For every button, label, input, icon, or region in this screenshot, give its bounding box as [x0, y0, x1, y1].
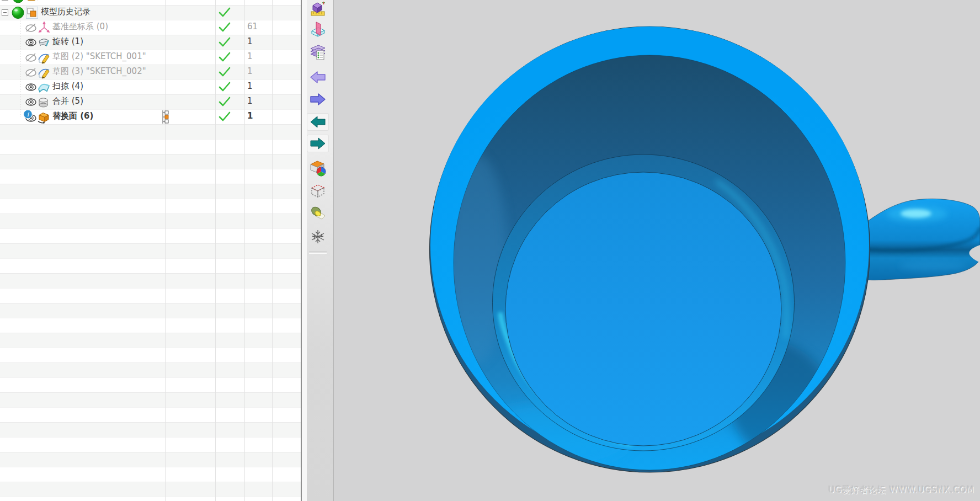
tree-row-revolve[interactable]: 旋转 (1) 1 [0, 35, 301, 50]
tree-row-sketch-001[interactable]: 草图 (2) "SKETCH_001" 1 [0, 50, 301, 65]
datum-csys-icon [38, 22, 50, 34]
row-count: 1 [247, 81, 253, 91]
cameras-icon [26, 0, 39, 3]
view-toolbar [302, 0, 334, 501]
green-status-sphere-icon [12, 0, 24, 3]
tree-row-unite[interactable]: 合并 (5) 1 [0, 94, 301, 109]
row-count: 1 [247, 96, 253, 106]
row-count: 61 [247, 22, 258, 31]
tree-row-cameras[interactable]: 摄像机 [0, 0, 301, 4]
eye-hidden-icon[interactable] [25, 68, 37, 77]
tree-row-label: 草图 (3) "SKETCH_002" [52, 66, 146, 77]
measure-icon[interactable] [309, 0, 327, 18]
toolbar-separator [309, 252, 327, 254]
model-history-icon [25, 6, 39, 19]
tree-row-sketch-002[interactable]: 草图 (3) "SKETCH_002" 1 [0, 65, 301, 79]
row-count: 1 [247, 111, 253, 121]
timeline-marker-icon [161, 110, 171, 124]
collapse-box-icon[interactable] [2, 0, 8, 1]
check-mark-icon [218, 7, 231, 18]
layer-settings-icon[interactable] [308, 43, 327, 62]
panel-divider[interactable] [301, 0, 302, 501]
sketch-icon [38, 51, 51, 64]
mug-floor [505, 172, 781, 446]
tree-row-label: 模型历史记录 [41, 7, 90, 17]
check-mark-icon [218, 66, 231, 78]
check-mark-icon [218, 111, 231, 122]
green-status-sphere-icon [12, 6, 24, 19]
snowflake-icon[interactable] [309, 228, 327, 246]
eye-hidden-icon[interactable] [25, 53, 37, 62]
tree-row-label: 基准坐标系 (0) [52, 22, 108, 32]
row-count: 1 [247, 66, 253, 76]
check-mark-icon [218, 51, 231, 63]
check-mark-icon [218, 81, 231, 93]
redo-arrow-icon[interactable] [308, 91, 327, 108]
tree-row-label: 草图 (2) "SKETCH_001" [52, 51, 146, 62]
undo-arrow-icon[interactable] [308, 69, 327, 86]
row-count: 1 [247, 36, 253, 46]
tree-row-label: 旋转 (1) [52, 36, 83, 47]
tree-row-label: 合并 (5) [52, 96, 83, 106]
tree-row-sweep[interactable]: 扫掠 (4) 1 [0, 79, 301, 94]
check-mark-icon [218, 96, 231, 108]
tree-row-model-history[interactable]: 模型历史记录 [0, 5, 301, 20]
part-navigator-panel: 摄像机 模型历史记录 基准坐标系 (0) 61 [0, 0, 301, 501]
unite-icon [38, 95, 50, 108]
eye-visible-icon[interactable] [25, 83, 37, 92]
sketch-icon [38, 66, 51, 79]
eye-visible-icon[interactable] [25, 38, 37, 47]
light-icon[interactable] [308, 205, 327, 223]
show-hide-icon[interactable] [308, 182, 327, 200]
sweep-icon [38, 81, 50, 93]
section-view-icon[interactable] [308, 20, 327, 39]
tree-row-label: 替换面 (6) [52, 111, 93, 121]
forward-arrow-icon[interactable] [307, 135, 328, 152]
forum-watermark: UG爱好者论坛 WWW.UGSNX.COM [828, 485, 974, 495]
edit-object-display-icon[interactable] [308, 158, 328, 178]
tree-row-datum-csys[interactable]: 基准坐标系 (0) 61 [0, 20, 301, 35]
tree-row-label: 摄像机 [40, 0, 65, 2]
revolve-icon [38, 36, 50, 49]
back-arrow-icon[interactable] [307, 114, 328, 130]
check-mark-icon [218, 22, 231, 33]
eye-visible-icon[interactable] [25, 98, 37, 106]
check-mark-icon [218, 36, 231, 48]
tree-row-replace-face[interactable]: i 替换面 (6) 1 [0, 109, 301, 124]
mug-3d-model [334, 0, 980, 501]
replace-face-icon [37, 110, 51, 124]
eye-hidden-icon[interactable] [25, 23, 37, 32]
graphics-viewport[interactable]: UG爱好者论坛 WWW.UGSNX.COM [334, 0, 980, 501]
tree-row-label: 扫掠 (4) [52, 81, 83, 92]
collapse-box-icon[interactable] [2, 9, 8, 16]
info-badge-icon: i [23, 110, 33, 119]
row-count: 1 [247, 51, 253, 61]
